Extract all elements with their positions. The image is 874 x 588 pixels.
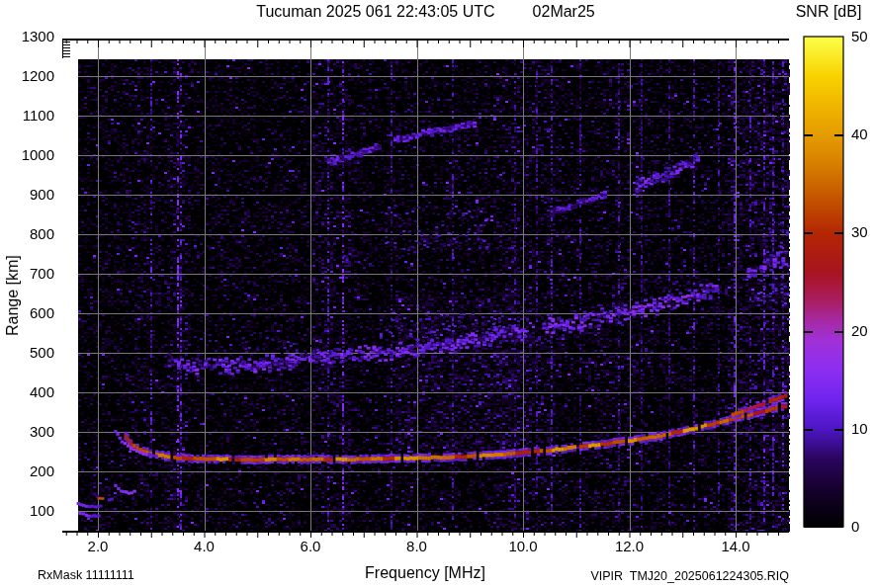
plot-title: Tucuman 2025 061 22:43:05 UTC02Mar25	[62, 3, 789, 21]
ionogram-page: Tucuman 2025 061 22:43:05 UTC02Mar25 SNR…	[0, 0, 874, 588]
y-tick-label: 1100	[12, 107, 54, 124]
y-tick-label: 700	[12, 265, 54, 282]
x-tick-label: 2.0	[74, 538, 122, 554]
y-tick-label: 800	[12, 225, 54, 242]
colorbar-tick-label: 20	[851, 322, 868, 339]
filename-label: VIPIR TMJ20_2025061224305.RIQ	[590, 569, 789, 583]
colorbar-tick-label: 0	[851, 518, 859, 535]
x-tick-label: 12.0	[606, 538, 654, 554]
y-tick-label: 100	[12, 502, 54, 519]
y-tick-label: 400	[12, 383, 54, 400]
colorbar-title: SNR [dB]	[785, 3, 872, 21]
y-tick-label: 1000	[12, 146, 54, 163]
plot-title-station-time: Tucuman 2025 061 22:43:05 UTC	[256, 3, 494, 20]
y-tick-label: 500	[12, 344, 54, 361]
y-tick-label: 1200	[12, 67, 54, 84]
x-tick-label: 6.0	[287, 538, 334, 554]
y-tick-label: 600	[12, 304, 54, 321]
colorbar-tick-label: 30	[851, 223, 868, 240]
plot-title-date: 02Mar25	[533, 3, 595, 20]
x-tick-label: 10.0	[499, 538, 547, 554]
x-tick-label: 4.0	[181, 538, 228, 554]
ionogram-plot-canvas	[0, 0, 874, 588]
y-tick-label: 200	[12, 462, 54, 479]
y-tick-label: 300	[12, 423, 54, 440]
rx-mask-label: RxMask 11111111	[38, 568, 134, 582]
y-tick-label: 1300	[12, 28, 54, 44]
colorbar-tick-label: 40	[851, 126, 868, 142]
x-axis-label: Frequency [MHz]	[277, 564, 573, 582]
y-tick-label: 900	[12, 186, 54, 203]
colorbar-tick-label: 50	[851, 28, 868, 44]
colorbar-tick-label: 10	[851, 420, 868, 437]
x-tick-label: 8.0	[393, 538, 441, 554]
x-tick-label: 14.0	[712, 538, 759, 554]
